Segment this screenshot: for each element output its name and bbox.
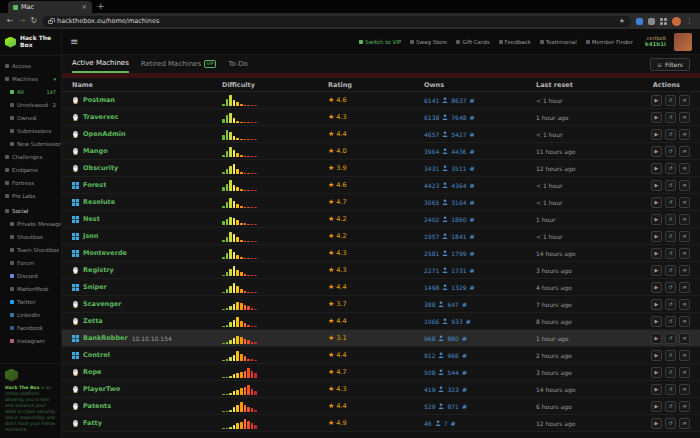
info-action-button[interactable]: ≡ <box>679 180 690 191</box>
info-action-button[interactable]: ≡ <box>679 197 690 208</box>
reset-action-button[interactable]: ↺ <box>665 299 676 310</box>
refresh-icon[interactable]: ↻ <box>30 17 37 25</box>
filters-button[interactable]: ≡ Filters <box>650 58 690 71</box>
hamburger-menu-icon[interactable]: ≡ <box>70 37 78 47</box>
reset-action-button[interactable]: ↺ <box>665 367 676 378</box>
reset-action-button[interactable]: ↺ <box>665 197 676 208</box>
info-action-button[interactable]: ≡ <box>679 265 690 276</box>
sidebar-item-owned[interactable]: Owned <box>0 111 61 124</box>
column-header-last-reset[interactable]: Last reset <box>536 81 636 89</box>
info-action-button[interactable]: ≡ <box>679 333 690 344</box>
reset-action-button[interactable]: ↺ <box>665 95 676 106</box>
reset-action-button[interactable]: ↺ <box>665 112 676 123</box>
sidebar-item-twitter[interactable]: Twitter <box>0 295 61 308</box>
sidebar-item-facebook[interactable]: Facebook <box>0 321 61 334</box>
play-action-button[interactable]: ▶ <box>651 197 662 208</box>
info-action-button[interactable]: ≡ <box>679 146 690 157</box>
play-action-button[interactable]: ▶ <box>651 248 662 259</box>
tab-active-machines[interactable]: Active Machines <box>72 55 129 73</box>
info-action-button[interactable]: ≡ <box>679 214 690 225</box>
sidebar-item-private-messages[interactable]: Private Messages <box>0 217 61 230</box>
tab-retired-machines[interactable]: Retired MachinesVIP <box>141 55 216 73</box>
info-action-button[interactable]: ≡ <box>679 316 690 327</box>
play-action-button[interactable]: ▶ <box>651 299 662 310</box>
play-action-button[interactable]: ▶ <box>651 129 662 140</box>
play-action-button[interactable]: ▶ <box>651 367 662 378</box>
reset-action-button[interactable]: ↺ <box>665 384 676 395</box>
user-avatar[interactable] <box>674 33 692 51</box>
reset-action-button[interactable]: ↺ <box>665 214 676 225</box>
reset-action-button[interactable]: ↺ <box>665 418 676 429</box>
menu-item-testimonial[interactable]: Testimonial <box>540 39 577 45</box>
menu-item-swag-store[interactable]: Swag Store <box>410 39 447 45</box>
user-block[interactable]: certbolt k41b1i <box>645 35 666 48</box>
sidebar-item-team-shoutbox[interactable]: Team Shoutbox <box>0 243 61 256</box>
menu-item-gift-cards[interactable]: Gift Cards <box>456 39 489 45</box>
play-action-button[interactable]: ▶ <box>651 384 662 395</box>
machine-name-link[interactable]: BankRobber <box>83 334 128 342</box>
extension-icon[interactable] <box>636 18 643 25</box>
play-action-button[interactable]: ▶ <box>651 231 662 242</box>
machine-name-link[interactable]: Patents <box>83 402 111 410</box>
reset-action-button[interactable]: ↺ <box>665 282 676 293</box>
play-action-button[interactable]: ▶ <box>651 163 662 174</box>
tab-close-icon[interactable]: × <box>81 4 87 11</box>
reset-action-button[interactable]: ↺ <box>665 146 676 157</box>
machine-name-link[interactable]: Scavenger <box>83 300 121 308</box>
play-action-button[interactable]: ▶ <box>651 282 662 293</box>
play-action-button[interactable]: ▶ <box>651 112 662 123</box>
info-action-button[interactable]: ≡ <box>679 384 690 395</box>
sidebar-item-access[interactable]: Access <box>0 59 61 72</box>
play-action-button[interactable]: ▶ <box>651 401 662 412</box>
reset-action-button[interactable]: ↺ <box>665 265 676 276</box>
machine-name-link[interactable]: Zetta <box>83 317 103 325</box>
menu-item-member-finder[interactable]: Member Finder <box>586 39 633 45</box>
forward-icon[interactable]: → <box>19 17 26 25</box>
reset-action-button[interactable]: ↺ <box>665 163 676 174</box>
machine-name-link[interactable]: Rope <box>83 368 102 376</box>
column-header-actions[interactable]: Actions <box>636 81 690 89</box>
play-action-button[interactable]: ▶ <box>651 265 662 276</box>
info-action-button[interactable]: ≡ <box>679 367 690 378</box>
machine-name-link[interactable]: Postman <box>83 96 115 104</box>
sidebar-item-instagram[interactable]: Instagram <box>0 334 61 347</box>
sidebar-item-social[interactable]: Social <box>0 204 61 217</box>
reset-action-button[interactable]: ↺ <box>665 316 676 327</box>
column-header-rating[interactable]: Rating <box>328 81 424 89</box>
machine-name-link[interactable]: Forest <box>83 181 106 189</box>
machine-name-link[interactable]: Json <box>83 232 98 240</box>
sidebar-item-fortress[interactable]: Fortress <box>0 176 61 189</box>
machine-name-link[interactable]: Nest <box>83 215 100 223</box>
back-icon[interactable]: ← <box>7 17 14 25</box>
sidebar-item-pro-labs[interactable]: Pro Labs <box>0 189 61 202</box>
info-action-button[interactable]: ≡ <box>679 95 690 106</box>
machine-name-link[interactable]: Resolute <box>83 198 115 206</box>
column-header-name[interactable]: Name <box>72 81 222 89</box>
machine-name-link[interactable]: Fatty <box>83 419 102 427</box>
reset-action-button[interactable]: ↺ <box>665 180 676 191</box>
sidebar-item-forum[interactable]: Forum <box>0 256 61 269</box>
tab-to-do[interactable]: To-Do <box>228 55 248 73</box>
sidebar-item-submissions[interactable]: Submissions <box>0 124 61 137</box>
info-action-button[interactable]: ≡ <box>679 163 690 174</box>
machine-name-link[interactable]: Monteverde <box>83 249 127 257</box>
menu-item-switch-to-vip[interactable]: Switch to VIP <box>359 39 401 45</box>
reset-action-button[interactable]: ↺ <box>665 129 676 140</box>
info-action-button[interactable]: ≡ <box>679 418 690 429</box>
sidebar-item-discord[interactable]: Discord <box>0 269 61 282</box>
column-header-difficulty[interactable]: Difficulty <box>222 81 328 89</box>
apps-grid-icon[interactable] <box>660 18 667 25</box>
machine-name-link[interactable]: Traverxec <box>83 113 119 121</box>
reset-action-button[interactable]: ↺ <box>665 401 676 412</box>
play-action-button[interactable]: ▶ <box>651 214 662 225</box>
info-action-button[interactable]: ≡ <box>679 401 690 412</box>
htb-logo[interactable]: Hack The Box <box>0 29 61 56</box>
machine-name-link[interactable]: Obscurity <box>83 164 118 172</box>
sidebar-item-linkedin[interactable]: LinkedIn <box>0 308 61 321</box>
sidebar-item-endgame[interactable]: Endgame <box>0 163 61 176</box>
sidebar-item-unreleased[interactable]: Unreleased2 <box>0 98 61 111</box>
reset-action-button[interactable]: ↺ <box>665 231 676 242</box>
column-header-owns[interactable]: Owns <box>424 81 536 89</box>
address-bar[interactable]: hackthebox.eu/home/machines ★ <box>42 16 631 27</box>
sidebar-item-shoutbox[interactable]: Shoutbox <box>0 230 61 243</box>
